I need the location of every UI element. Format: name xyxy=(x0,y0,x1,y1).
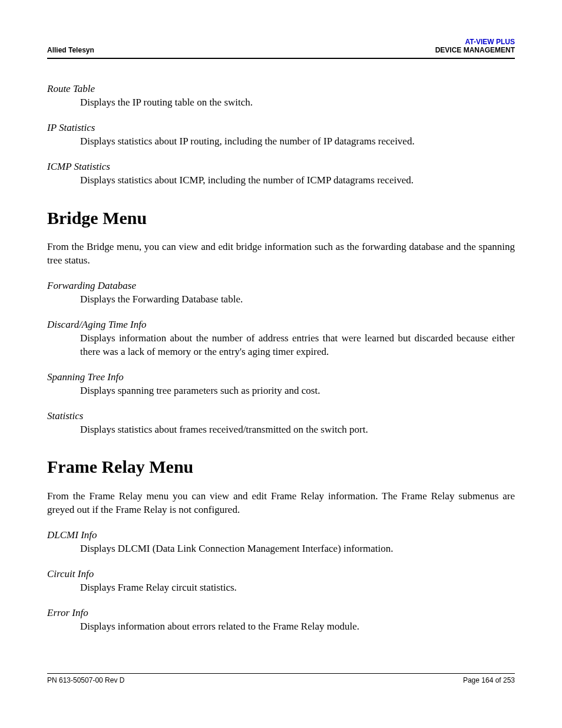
definition-text: Displays statistics about ICMP, includin… xyxy=(80,174,515,187)
page-content: Route Table Displays the IP routing tabl… xyxy=(47,83,515,633)
definition-term: DLCMI Info xyxy=(47,529,515,542)
document-page: Allied Telesyn AT-VIEW PLUS DEVICE MANAG… xyxy=(0,0,562,728)
definition-term: IP Statistics xyxy=(47,121,515,135)
definition-term: Forwarding Database xyxy=(47,279,515,293)
definition-text: Displays DLCMI (Data Link Connection Man… xyxy=(80,542,515,556)
page-header: Allied Telesyn AT-VIEW PLUS DEVICE MANAG… xyxy=(47,38,515,54)
header-subtitle: DEVICE MANAGEMENT xyxy=(435,46,515,54)
section-intro: From the Bridge menu, you can view and e… xyxy=(47,241,515,268)
definition-text: Displays information about errors relate… xyxy=(80,620,515,634)
definition-term: Error Info xyxy=(47,607,515,620)
definition-text: Displays the IP routing table on the swi… xyxy=(80,96,515,110)
definition-term: Discard/Aging Time Info xyxy=(47,318,515,332)
definition-text: Displays spanning tree parameters such a… xyxy=(80,384,515,398)
page-footer: PN 613-50507-00 Rev D Page 164 of 253 xyxy=(47,673,515,684)
definition-text: Displays information about the number of… xyxy=(80,332,515,359)
header-title: AT-VIEW PLUS xyxy=(435,38,515,46)
footer-rule xyxy=(47,673,515,674)
definition-term: Route Table xyxy=(47,83,515,96)
section-intro: From the Frame Relay menu you can view a… xyxy=(47,490,515,517)
section-heading-bridge-menu: Bridge Menu xyxy=(47,206,515,230)
definition-term: Statistics xyxy=(47,410,515,423)
definition-text: Displays statistics about frames receive… xyxy=(80,423,515,437)
section-heading-frame-relay-menu: Frame Relay Menu xyxy=(47,455,515,479)
definition-term: Spanning Tree Info xyxy=(47,371,515,384)
footer-part-number: PN 613-50507-00 Rev D xyxy=(47,676,124,684)
definition-term: ICMP Statistics xyxy=(47,160,515,174)
definition-term: Circuit Info xyxy=(47,568,515,581)
header-right: AT-VIEW PLUS DEVICE MANAGEMENT xyxy=(435,38,515,54)
definition-text: Displays statistics about IP routing, in… xyxy=(80,135,515,149)
definition-text: Displays Frame Relay circuit statistics. xyxy=(80,581,515,595)
header-left: Allied Telesyn xyxy=(47,46,94,54)
header-rule xyxy=(47,58,515,59)
definition-text: Displays the Forwarding Database table. xyxy=(80,293,515,307)
footer-page-number: Page 164 of 253 xyxy=(463,676,515,684)
